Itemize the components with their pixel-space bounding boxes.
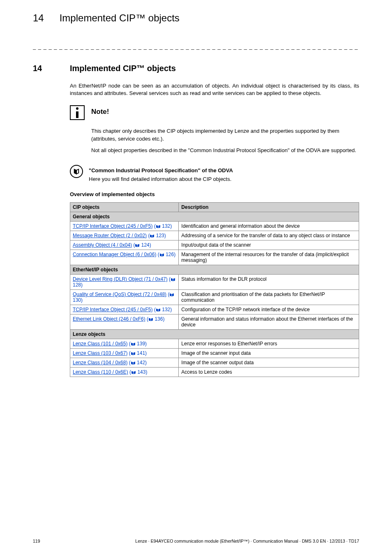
page-ref[interactable]: ( 123) <box>148 233 166 238</box>
table-group-row: General objects <box>70 212 359 221</box>
object-link[interactable]: Device Level Ring (DLR) Object (71 / 0x4… <box>73 276 168 282</box>
cip-objects-table: CIP objects Description General objectsT… <box>70 202 359 377</box>
object-cell: Quality of Service (QoS) Object (72 / 0x… <box>70 289 179 305</box>
table-row: Ethernet Link Object (246 / 0xF6) ( 136)… <box>70 314 359 329</box>
page-ref[interactable]: ( 132) <box>154 223 172 229</box>
table-group-row: Lenze objects <box>70 329 359 339</box>
description-cell: Status information for the DLR protocol <box>179 274 359 289</box>
object-cell: Lenze Class (103 / 0x67) ( 141) <box>70 348 179 358</box>
note-body-2: Not all object properties described in t… <box>91 147 359 154</box>
table-row: Lenze Class (104 / 0x68) ( 142)Image of … <box>70 358 359 367</box>
object-link[interactable]: Ethernet Link Object (246 / 0xF6) <box>73 316 145 322</box>
object-cell: TCP/IP Interface Object (245 / 0xF5) ( 1… <box>70 221 179 231</box>
description-cell: Image of the scanner output data <box>179 358 359 367</box>
object-cell: Lenze Class (101 / 0x65) ( 139) <box>70 339 179 348</box>
info-icon <box>70 105 85 120</box>
table-row: Lenze Class (103 / 0x67) ( 141)Image of … <box>70 348 359 358</box>
page-ref[interactable]: ( 141) <box>129 350 147 356</box>
section-heading: 14 Implemented CIP™ objects <box>33 64 359 73</box>
page-ref[interactable]: ( 142) <box>129 360 147 365</box>
table-row: Device Level Ring (DLR) Object (71 / 0x4… <box>70 274 359 289</box>
page-ref[interactable]: ( 143) <box>129 369 147 375</box>
page-ref[interactable]: ( 136) <box>147 316 164 322</box>
object-link[interactable]: Message Router Object (2 / 0x02) <box>73 233 147 238</box>
book-icon <box>148 317 153 323</box>
object-cell: TCP/IP Interface Object (245 / 0xF5) ( 1… <box>70 305 179 314</box>
description-cell: Input/output data of the scanner <box>179 240 359 250</box>
section-title: Implemented CIP™ objects <box>70 64 176 73</box>
col-header-desc: Description <box>179 202 359 212</box>
col-header-objects: CIP objects <box>70 202 179 212</box>
object-link[interactable]: Lenze Class (101 / 0x65) <box>73 341 127 347</box>
book-icon <box>156 308 161 313</box>
table-group-row: EtherNet/IP objects <box>70 265 359 274</box>
book-icon <box>135 243 140 249</box>
object-link[interactable]: TCP/IP Interface Object (245 / 0xF5) <box>73 307 153 312</box>
table-row: TCP/IP Interface Object (245 / 0xF5) ( 1… <box>70 305 359 314</box>
page-ref[interactable]: ( 139) <box>129 341 147 347</box>
note-title: Note! <box>91 108 109 120</box>
description-cell: Access to Lenze codes <box>179 367 359 377</box>
divider: _ _ _ _ _ _ _ _ _ _ _ _ _ _ _ _ _ _ _ _ … <box>33 44 359 50</box>
object-link[interactable]: TCP/IP Interface Object (245 / 0xF5) <box>73 223 153 229</box>
table-row: Quality of Service (QoS) Object (72 / 0x… <box>70 289 359 305</box>
book-icon <box>156 224 161 230</box>
book-icon <box>131 342 136 347</box>
description-cell: Classification and prioritisation of the… <box>179 289 359 305</box>
book-icon <box>131 361 136 366</box>
object-link[interactable]: Lenze Class (104 / 0x68) <box>73 360 127 365</box>
table-row: Message Router Object (2 / 0x02) ( 123)A… <box>70 231 359 240</box>
chapter-number: 14 <box>33 12 44 24</box>
reference-body: Here you will find detailed information … <box>89 176 233 182</box>
object-cell: Device Level Ring (DLR) Object (71 / 0x4… <box>70 274 179 289</box>
page-ref[interactable]: ( 126) <box>158 252 175 257</box>
note-box: Note! <box>70 105 359 120</box>
group-label: EtherNet/IP objects <box>70 265 359 274</box>
description-cell: Management of the internal resources for… <box>179 250 359 265</box>
page-ref[interactable]: ( 132) <box>154 307 172 312</box>
table-row: TCP/IP Interface Object (245 / 0xF5) ( 1… <box>70 221 359 231</box>
table-row: Connection Manager Object (6 / 0x06) ( 1… <box>70 250 359 265</box>
table-row: Lenze Class (101 / 0x65) ( 139)Lenze err… <box>70 339 359 348</box>
object-link[interactable]: Connection Manager Object (6 / 0x06) <box>73 252 156 257</box>
description-cell: General information and status informati… <box>179 314 359 329</box>
intro-paragraph: An EtherNet/IP node can be seen as an ac… <box>70 82 359 97</box>
object-cell: Lenze Class (110 / 0x6E) ( 143) <box>70 367 179 377</box>
reference-block: "Common Industrial Protocol Specificatio… <box>70 165 359 182</box>
reference-icon <box>70 165 83 178</box>
reference-title: "Common Industrial Protocol Specificatio… <box>89 167 233 173</box>
note-body-1: This chapter only describes the CIP obje… <box>91 127 359 142</box>
group-label: General objects <box>70 212 359 221</box>
section-number: 14 <box>33 64 54 73</box>
group-label: Lenze objects <box>70 329 359 339</box>
page-ref[interactable]: ( 124) <box>133 242 151 248</box>
book-icon <box>150 234 154 239</box>
description-cell: Configuration of the TCP/IP network inte… <box>179 305 359 314</box>
table-row: Lenze Class (110 / 0x6E) ( 143)Access to… <box>70 367 359 377</box>
object-cell: Ethernet Link Object (246 / 0xF6) ( 136) <box>70 314 179 329</box>
book-icon <box>159 252 164 258</box>
description-cell: Lenze error responses to EtherNet/IP err… <box>179 339 359 348</box>
description-cell: Addressing of a service for the transfer… <box>179 231 359 240</box>
book-icon <box>171 277 175 283</box>
overview-heading: Overview of implemented objects <box>70 191 359 197</box>
description-cell: Identification and general information a… <box>179 221 359 231</box>
book-icon <box>169 292 174 298</box>
description-cell: Image of the scanner input data <box>179 348 359 358</box>
object-link[interactable]: Assembly Object (4 / 0x04) <box>73 242 132 248</box>
book-icon <box>131 370 136 376</box>
table-row: Assembly Object (4 / 0x04) ( 124)Input/o… <box>70 240 359 250</box>
chapter-title: Implemented CIP™ objects <box>60 12 180 24</box>
page-number: 119 <box>33 539 40 543</box>
object-cell: Message Router Object (2 / 0x02) ( 123) <box>70 231 179 240</box>
footer-info: Lenze · E94AYCEO communication module (E… <box>135 539 359 543</box>
object-cell: Connection Manager Object (6 / 0x06) ( 1… <box>70 250 179 265</box>
object-link[interactable]: Lenze Class (103 / 0x67) <box>73 350 127 356</box>
object-cell: Lenze Class (104 / 0x68) ( 142) <box>70 358 179 367</box>
object-link[interactable]: Quality of Service (QoS) Object (72 / 0x… <box>73 291 166 297</box>
object-cell: Assembly Object (4 / 0x04) ( 124) <box>70 240 179 250</box>
page-footer: 119 Lenze · E94AYCEO communication modul… <box>33 539 359 543</box>
object-link[interactable]: Lenze Class (110 / 0x6E) <box>73 369 128 375</box>
page-header: 14 Implemented CIP™ objects <box>33 12 359 24</box>
book-icon <box>131 351 136 357</box>
